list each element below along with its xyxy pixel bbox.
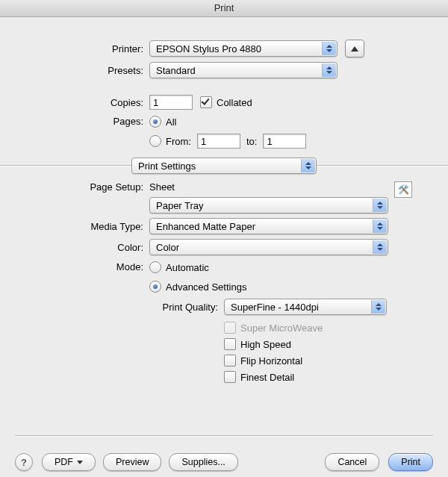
pane-popup[interactable]: Print Settings <box>131 158 317 174</box>
updown-arrows-icon <box>373 199 387 212</box>
high-speed-checkbox[interactable] <box>224 338 236 350</box>
media-type-popup[interactable]: Enhanced Matte Paper <box>149 218 388 234</box>
color-value: Color <box>156 242 179 253</box>
window-title: Print <box>0 0 448 17</box>
printer-value: EPSON Stylus Pro 4880 <box>156 43 261 54</box>
copies-field[interactable] <box>149 95 193 110</box>
printer-label: Printer: <box>18 43 149 54</box>
updown-arrows-icon <box>371 300 385 314</box>
paper-source-popup[interactable]: Paper Tray <box>149 197 388 213</box>
high-speed-label: High Speed <box>240 339 291 350</box>
finest-detail-label: Finest Detail <box>240 372 294 383</box>
pages-to-label: to: <box>246 136 257 147</box>
page-setup-label: Page Setup: <box>18 181 149 193</box>
paper-source-value: Paper Tray <box>156 200 204 211</box>
pages-from-radio[interactable] <box>149 135 161 147</box>
print-quality-value: SuperFine - 1440dpi <box>231 302 319 313</box>
mode-automatic-label: Automatic <box>166 262 209 273</box>
disclosure-button[interactable] <box>345 40 364 57</box>
presets-value: Standard <box>156 65 196 76</box>
flip-horizontal-label: Flip Horizontal <box>240 355 302 367</box>
collated-label: Collated <box>217 97 252 108</box>
mode-advanced-label: Advanced Settings <box>166 281 246 293</box>
help-button[interactable]: ? <box>15 453 33 471</box>
print-quality-popup[interactable]: SuperFine - 1440dpi <box>224 299 387 315</box>
updown-arrows-icon <box>322 63 336 77</box>
page-setup-value: Sheet <box>149 181 175 193</box>
utility-icon-button[interactable]: 🛠️ <box>394 181 412 198</box>
pages-all-radio[interactable] <box>149 116 161 128</box>
print-button[interactable]: Print <box>388 453 433 471</box>
super-microweave-label: Super MicroWeave <box>240 322 323 334</box>
mode-automatic-radio[interactable] <box>149 261 161 273</box>
updown-arrows-icon <box>373 219 387 233</box>
pdf-button[interactable]: PDF <box>42 453 96 471</box>
triangle-up-icon <box>351 46 358 52</box>
super-microweave-checkbox <box>224 322 236 334</box>
pages-from-label: From: <box>166 136 191 147</box>
pages-all-label: All <box>166 116 176 128</box>
presets-popup[interactable]: Standard <box>149 62 337 78</box>
supplies-button[interactable]: Supplies... <box>169 453 237 471</box>
finest-detail-checkbox[interactable] <box>224 371 236 383</box>
printer-popup[interactable]: EPSON Stylus Pro 4880 <box>149 40 337 57</box>
print-quality-label: Print Quality: <box>149 302 224 313</box>
updown-arrows-icon <box>373 240 387 254</box>
flip-horizontal-checkbox[interactable] <box>224 355 236 367</box>
media-type-label: Media Type: <box>18 221 149 232</box>
color-popup[interactable]: Color <box>149 239 388 255</box>
media-type-value: Enhanced Matte Paper <box>156 221 255 232</box>
pane-value: Print Settings <box>138 160 196 172</box>
updown-arrows-icon <box>301 159 315 172</box>
updown-arrows-icon <box>322 42 336 55</box>
pages-to-field[interactable] <box>263 134 306 149</box>
preview-button[interactable]: Preview <box>103 453 161 471</box>
presets-label: Presets: <box>18 65 149 76</box>
collated-checkbox[interactable] <box>200 96 212 108</box>
pdf-label: PDF <box>55 457 73 467</box>
pages-from-field[interactable] <box>197 134 240 149</box>
mode-label: Mode: <box>18 260 149 272</box>
copies-label: Copies: <box>18 97 149 108</box>
wrench-icon: 🛠️ <box>398 184 409 195</box>
cancel-button[interactable]: Cancel <box>325 453 379 471</box>
pages-label: Pages: <box>18 114 149 127</box>
mode-advanced-radio[interactable] <box>149 281 161 293</box>
color-label: Color: <box>18 242 149 253</box>
triangle-down-icon <box>77 461 83 464</box>
